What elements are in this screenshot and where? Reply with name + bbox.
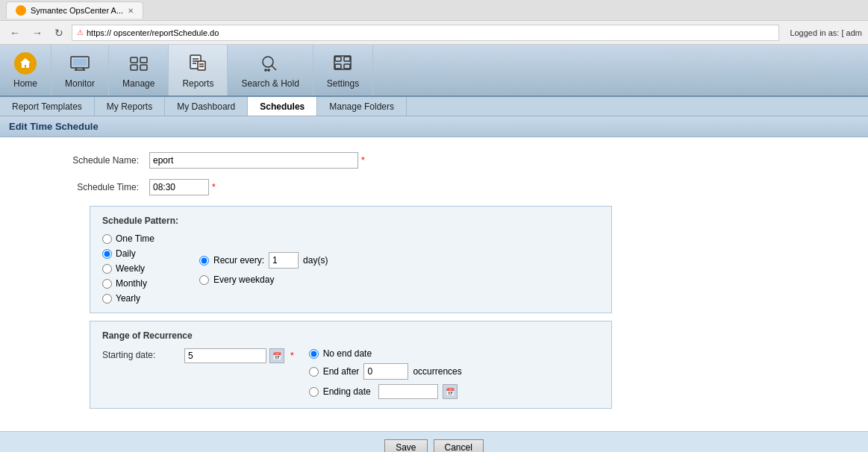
main-nav: Home Monitor [0,45,373,95]
svg-point-16 [263,57,273,67]
one-time-radio[interactable] [102,234,112,244]
monthly-label[interactable]: Monthly [116,278,147,289]
pattern-monthly-row: Monthly [102,278,154,289]
footer-bar: Save Cancel [0,431,868,452]
ending-date-row: Ending date 📅 [309,384,462,399]
home-icon [13,51,37,75]
nav-home-label: Home [13,78,37,89]
schedule-time-label: Schedule Time: [30,182,149,192]
back-btn[interactable]: ← [6,25,24,40]
svg-line-17 [272,66,276,70]
ending-date-input[interactable] [378,384,438,399]
pattern-one-time-row: One Time [102,233,154,244]
svg-rect-5 [131,57,137,63]
recur-every-input[interactable] [269,252,299,269]
logged-in-text: Logged in as: [ adm [790,28,862,37]
one-time-label[interactable]: One Time [116,233,154,244]
schedule-name-row: Schedule Name: * [30,152,838,169]
monitor-icon [68,51,92,75]
schedule-pattern-box: Schedule Pattern: One Time Daily Weekly [90,206,612,313]
no-end-date-row: No end date [309,348,462,359]
recur-every-label[interactable]: Recur every: [213,255,264,266]
svg-rect-23 [344,57,350,61]
content-area: Edit Time Schedule Schedule Name: * Sche… [0,116,868,431]
browser-tab[interactable]: Symantec OpsCenter A... ✕ [6,1,143,19]
schedule-time-row: Schedule Time: * [30,179,838,195]
recur-col: Recur every: day(s) Every weekday [199,233,328,304]
form-area: Schedule Name: * Schedule Time: * Schedu… [0,137,868,431]
pattern-yearly-row: Yearly [102,293,154,304]
tab-favicon [16,5,26,16]
recur-every-radio[interactable] [199,256,209,266]
days-suffix: day(s) [303,255,328,266]
subnav-schedules[interactable]: Schedules [248,97,317,116]
nav-item-reports[interactable]: Reports [169,45,228,95]
nav-item-manage[interactable]: Manage [109,45,169,95]
cancel-button[interactable]: Cancel [434,439,484,452]
starting-date-calendar-btn[interactable]: 📅 [269,348,284,363]
end-after-radio[interactable] [309,367,319,377]
end-options: No end date End after occurrences Ending… [309,348,462,399]
yearly-label[interactable]: Yearly [116,293,140,304]
subnav-my-reports[interactable]: My Reports [95,97,165,116]
browser-nav-bar: ← → ↻ ⚠ https:// opscenter/reportSchedul… [0,21,868,45]
no-end-date-label[interactable]: No end date [323,348,372,359]
svg-rect-8 [140,65,147,70]
pattern-options: One Time Daily Weekly Monthly [102,233,599,304]
address-url: https:// opscenter/reportSchedule.do [87,28,219,37]
nav-item-search-hold[interactable]: Search & Hold [228,45,313,95]
browser-tab-bar: Symantec OpsCenter A... ✕ [0,0,868,21]
schedule-time-input[interactable] [149,179,209,195]
occurrences-label: occurrences [413,366,461,377]
address-bar[interactable]: ⚠ https:// opscenter/reportSchedule.do [72,25,779,41]
pattern-weekly-row: Weekly [102,263,154,274]
schedule-name-required: * [361,155,365,166]
ending-date-label[interactable]: Ending date [323,386,371,397]
starting-date-input[interactable] [184,348,266,363]
nav-reports-label: Reports [182,78,213,89]
ending-date-radio[interactable] [309,387,319,397]
svg-rect-13 [198,61,205,70]
refresh-btn[interactable]: ↻ [51,25,67,40]
end-after-row: End after occurrences [309,363,462,380]
every-weekday-row: Every weekday [199,274,328,285]
starting-date-required: * [290,351,294,361]
no-end-date-radio[interactable] [309,349,319,359]
every-weekday-radio[interactable] [199,275,209,285]
end-after-label[interactable]: End after [323,366,360,377]
recurrence-content-row: Starting date: 📅 * No end date End after [102,348,599,399]
subnav-report-templates[interactable]: Report Templates [0,97,95,116]
nav-item-monitor[interactable]: Monitor [51,45,109,95]
every-weekday-label[interactable]: Every weekday [213,274,274,285]
tab-title: Symantec OpsCenter A... [31,6,123,15]
subnav-manage-folders[interactable]: Manage Folders [317,97,407,116]
nav-item-settings[interactable]: Settings [313,45,373,95]
yearly-radio[interactable] [102,294,112,304]
forward-btn[interactable]: → [28,25,46,40]
tab-close-btn[interactable]: ✕ [128,7,134,15]
ending-date-calendar-btn[interactable]: 📅 [443,384,458,399]
daily-label[interactable]: Daily [116,248,136,259]
app-header: Home Monitor [0,45,868,97]
recurrence-box: Range of Recurrence Starting date: 📅 * N… [90,321,612,409]
security-warning: ⚠ [77,28,84,37]
nav-item-home[interactable]: Home [0,45,51,95]
nav-search-hold-label: Search & Hold [241,78,299,89]
section-title: Edit Time Schedule [9,121,99,132]
schedule-name-label: Schedule Name: [30,155,149,166]
weekly-radio[interactable] [102,264,112,274]
subnav-my-dashboard[interactable]: My Dashboard [165,97,248,116]
recur-every-row: Recur every: day(s) [199,252,328,269]
end-after-input[interactable] [363,363,408,380]
section-header: Edit Time Schedule [0,116,868,137]
monthly-radio[interactable] [102,279,112,289]
recurrence-title: Range of Recurrence [102,330,599,341]
nav-manage-label: Manage [122,78,154,89]
save-button[interactable]: Save [384,439,427,452]
schedule-name-input[interactable] [149,152,358,169]
manage-icon [127,51,151,75]
weekly-label[interactable]: Weekly [116,263,145,274]
starting-date-label: Starting date: [102,348,177,360]
sub-nav: Report Templates My Reports My Dashboard… [0,97,868,116]
daily-radio[interactable] [102,249,112,259]
